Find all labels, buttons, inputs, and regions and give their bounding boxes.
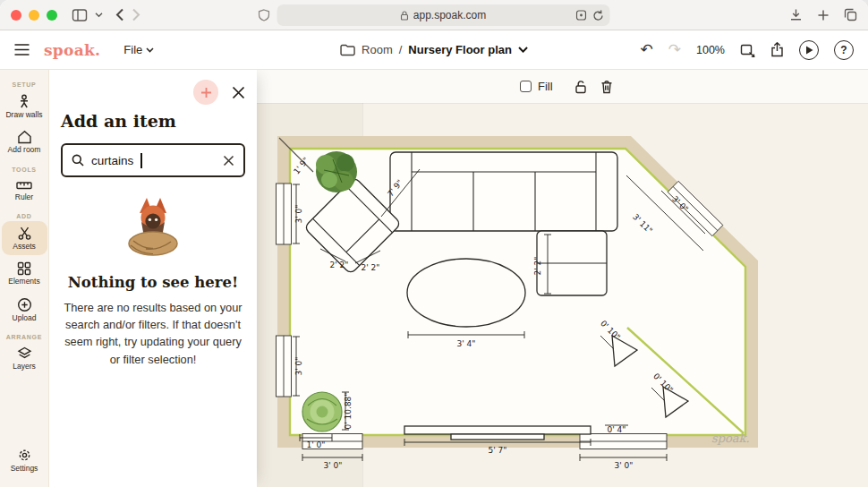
empty-state: Nothing to see here! There are no result… <box>61 192 245 368</box>
lock-icon <box>401 11 409 21</box>
gear-icon <box>17 448 32 463</box>
tool-sidebar: SETUP Draw walls Add room TOOLS Ruler AD… <box>0 70 49 487</box>
window-controls <box>11 10 57 21</box>
house-icon <box>17 130 32 144</box>
close-icon <box>223 155 234 167</box>
folder-icon <box>340 44 355 56</box>
section-label-setup: SETUP <box>13 81 37 88</box>
close-icon <box>232 86 245 99</box>
clear-search-button[interactable] <box>223 155 234 167</box>
sidebar-item-label: Draw walls <box>5 111 42 119</box>
plant[interactable] <box>302 392 342 431</box>
menu-icon[interactable] <box>14 44 30 56</box>
search-value: curtains <box>91 154 133 167</box>
undo-button[interactable]: ↶ <box>641 42 653 57</box>
canvas-toolbar: Fill <box>520 77 613 96</box>
sidebar-item-label: Ruler <box>15 193 33 201</box>
sidebar-item-layers[interactable]: Layers <box>2 342 47 375</box>
minimize-window-button[interactable] <box>29 10 39 21</box>
sidebar-item-draw-walls[interactable]: Draw walls <box>2 90 47 124</box>
privacy-shield-icon[interactable] <box>259 9 270 21</box>
dimension-label: 3' 0" <box>294 357 303 376</box>
text-caret <box>140 153 142 168</box>
dimension-label: 5' 7" <box>489 446 507 455</box>
empty-state-illustration <box>110 192 196 260</box>
dimension-label: 0' 10.88" <box>344 393 353 430</box>
sidebar-item-upload[interactable]: Upload <box>2 293 47 327</box>
ruler-icon <box>16 179 32 192</box>
sidebar-item-ruler[interactable]: Ruler <box>2 175 47 206</box>
chevron-down-icon[interactable] <box>518 47 528 53</box>
add-item-button[interactable] <box>193 80 218 105</box>
dimension-label: 1' 0" <box>307 440 326 449</box>
canvas-settings-icon[interactable] <box>740 43 755 57</box>
plan-watermark: spoak. <box>711 431 750 445</box>
address-bar[interactable]: app.spoak.com <box>277 4 610 26</box>
redo-button[interactable]: ↷ <box>668 42 681 57</box>
sidebar-item-label: Add room <box>8 146 41 154</box>
section-label-add: ADD <box>16 213 31 219</box>
trash-icon[interactable] <box>600 80 613 94</box>
browser-toolbar: app.spoak.com <box>0 0 868 30</box>
new-tab-icon[interactable] <box>817 9 830 21</box>
play-button[interactable] <box>799 40 819 60</box>
breadcrumb-room[interactable]: Room <box>362 43 393 56</box>
breadcrumb-current[interactable]: Nursery Floor plan <box>408 43 512 56</box>
zoom-window-button[interactable] <box>47 10 57 21</box>
dimension-label: 3' 0" <box>324 461 343 470</box>
sidebar-toggle-icon[interactable] <box>72 8 88 22</box>
scissors-icon <box>17 226 32 241</box>
reload-icon[interactable] <box>593 10 604 21</box>
dimension-label: 3' 0" <box>615 461 634 470</box>
sidebar-item-add-room[interactable]: Add room <box>2 125 47 158</box>
grid-icon <box>17 261 31 276</box>
section-label-tools: TOOLS <box>12 167 36 173</box>
share-icon[interactable] <box>770 42 784 57</box>
search-icon <box>72 154 84 167</box>
layers-icon <box>17 346 32 361</box>
breadcrumb-separator: / <box>399 43 403 56</box>
zoom-level[interactable]: 100% <box>696 44 725 56</box>
file-menu[interactable]: File <box>123 43 154 56</box>
window[interactable] <box>580 434 667 449</box>
chevron-down-icon[interactable] <box>95 12 103 18</box>
oval-table[interactable] <box>407 259 525 327</box>
fill-checkbox[interactable] <box>520 81 532 92</box>
close-window-button[interactable] <box>11 10 21 21</box>
forward-button[interactable] <box>132 8 140 21</box>
design-canvas[interactable]: 1' 9"7' 9"3' 0"3' 0"3' 11"3' 0"2' 2"2' 2… <box>257 70 868 487</box>
extension-icon[interactable] <box>576 10 587 21</box>
back-button[interactable] <box>115 8 124 21</box>
search-input[interactable]: curtains <box>61 143 245 177</box>
window[interactable] <box>277 336 292 397</box>
sidebar-item-label: Assets <box>13 243 36 251</box>
tab-overview-icon[interactable] <box>844 8 857 21</box>
person-icon <box>17 94 31 109</box>
sidebar-item-assets[interactable]: Assets <box>2 221 47 255</box>
sidebar-item-settings[interactable]: Settings <box>2 443 47 477</box>
window[interactable] <box>277 184 292 244</box>
sidebar-item-elements[interactable]: Elements <box>2 257 47 290</box>
lock-icon[interactable] <box>574 80 587 94</box>
file-menu-label: File <box>123 43 142 56</box>
help-button[interactable]: ? <box>834 40 854 60</box>
downloads-icon[interactable] <box>789 8 803 21</box>
dimension-label: 2' 2" <box>330 261 349 269</box>
dimension-label: 3' 0" <box>294 205 303 224</box>
breadcrumb[interactable]: Room / Nursery Floor plan <box>340 43 528 56</box>
close-panel-button[interactable] <box>232 86 245 99</box>
dimension-label: 2' 2" <box>533 257 542 276</box>
add-item-panel: Add an item curtains Nothing t <box>49 70 257 487</box>
app-header: spoak. File Room / Nursery Floor plan ↶ … <box>0 30 868 70</box>
empty-state-body: There are no results based on your searc… <box>61 299 245 368</box>
dimension-label: 0' 4" <box>608 425 626 434</box>
spoak-logo[interactable]: spoak. <box>44 41 100 59</box>
floor-plan[interactable]: 1' 9"7' 9"3' 0"3' 0"3' 11"3' 0"2' 2"2' 2… <box>257 70 868 487</box>
sidebar-item-label: Upload <box>13 314 37 322</box>
sidebar-item-label: Layers <box>13 363 36 371</box>
chevron-down-icon <box>146 47 154 53</box>
plant[interactable] <box>316 151 357 192</box>
empty-state-heading: Nothing to see here! <box>61 274 245 291</box>
browser-window: app.spoak.com <box>0 0 868 487</box>
url-text: app.spoak.com <box>413 9 486 21</box>
